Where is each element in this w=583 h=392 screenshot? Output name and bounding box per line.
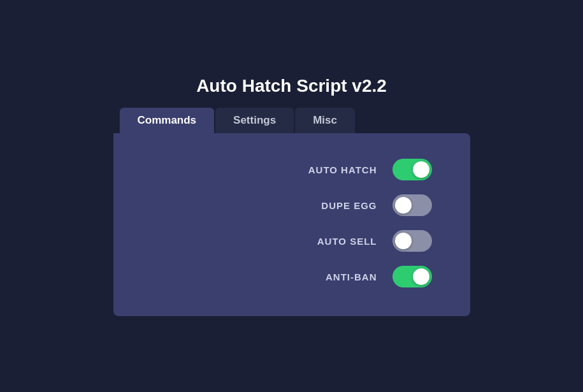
toggle-auto-sell[interactable]	[392, 230, 432, 252]
commands-panel: AUTO HATCH DUPE EGG	[113, 133, 470, 316]
command-label-dupe-egg: DUPE EGG	[307, 200, 377, 211]
tab-bar: Commands Settings Misc	[120, 108, 356, 133]
main-panel: Commands Settings Misc AUTO HATCH DUPE E…	[113, 108, 470, 316]
command-label-auto-sell: AUTO SELL	[307, 236, 377, 247]
toggle-dupe-egg[interactable]	[392, 194, 432, 216]
toggle-anti-ban[interactable]	[392, 266, 432, 287]
toggle-auto-hatch[interactable]	[392, 159, 432, 180]
tab-misc[interactable]: Misc	[295, 108, 355, 133]
command-row-anti-ban: ANTI-BAN	[152, 266, 432, 287]
tab-commands[interactable]: Commands	[120, 108, 215, 133]
command-row-dupe-egg: DUPE EGG	[152, 194, 432, 216]
tab-settings[interactable]: Settings	[215, 108, 294, 133]
command-label-auto-hatch: AUTO HATCH	[307, 164, 377, 175]
app-title: Auto Hatch Script v2.2	[196, 76, 387, 96]
command-label-anti-ban: ANTI-BAN	[307, 272, 377, 282]
command-row-auto-hatch: AUTO HATCH	[152, 159, 432, 180]
command-row-auto-sell: AUTO SELL	[152, 230, 432, 252]
